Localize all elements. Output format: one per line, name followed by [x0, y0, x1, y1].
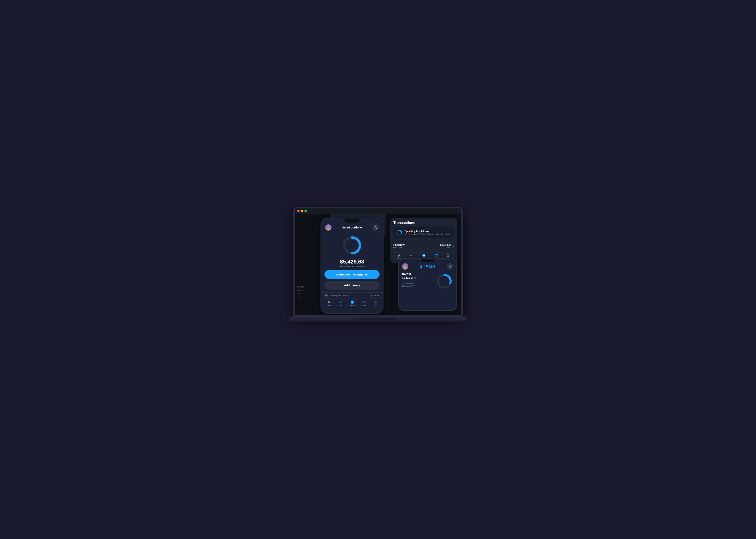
pending-label: Pending investments [325, 294, 350, 297]
main-nav-invest[interactable]: Invest [338, 300, 342, 306]
laptop-base [290, 317, 466, 322]
screen-content: adviser. value. mart ereby Home [295, 214, 461, 315]
paycheck-row[interactable]: Paycheck Income $1,248.34 Jan 1 › [393, 241, 454, 251]
automate-investments-button[interactable]: Automate investments [324, 270, 379, 279]
card-nav-home[interactable]: Home [397, 254, 401, 259]
plan-icon [446, 254, 450, 257]
income-dot [393, 247, 394, 248]
transactions-title: Transactions [393, 221, 454, 225]
bank-icon [362, 300, 366, 304]
close-dot[interactable] [297, 210, 299, 212]
spending-donut-icon [395, 229, 402, 236]
phone-header: Smart portfolio [321, 223, 383, 231]
main-phone-navbar: Home Invest [321, 298, 383, 308]
svg-rect-17 [435, 255, 438, 257]
stash-notch [421, 259, 435, 262]
stash-amount: $5,475.68 [402, 276, 413, 279]
transfer-icon [422, 254, 426, 257]
bank-icon [435, 254, 439, 257]
transactions-card: Transactions Spending breakdown You've s… [390, 218, 457, 263]
stash-logo: STASH [420, 264, 436, 269]
main-nav-transfer[interactable]: Transfer [350, 300, 355, 306]
donut-chart [321, 231, 383, 258]
portfolio-milestone: Next milestone $10,000.00 [321, 265, 383, 270]
stash-amount-row: $5,475.68 i [402, 276, 417, 279]
paycheck-info: Paycheck Income [393, 243, 405, 249]
laptop-wrapper: adviser. value. mart ereby Home [290, 207, 466, 333]
stash-donut-chart [436, 272, 453, 290]
titlebar [295, 208, 461, 214]
bg-text: adviser. value. mart ereby [297, 285, 304, 299]
svg-rect-18 [436, 256, 436, 256]
stash-phone: STASH Invest $5,475.68 i [398, 258, 457, 311]
laptop-screen: adviser. value. mart ereby Home [294, 207, 462, 317]
stash-milestone: Next milestone $10,000.00 ⟳ [402, 282, 417, 287]
invest-icon [409, 254, 413, 257]
main-nav-bank[interactable]: Bank [362, 300, 366, 306]
income-sub: Income [393, 247, 405, 249]
stash-invest-info: Invest $5,475.68 i Next milestone $10,00… [402, 272, 417, 287]
paycheck-amount-col: $1,248.34 Jan 1 [440, 243, 452, 249]
spending-breakdown: Spending breakdown You've spent $122.56 … [393, 227, 454, 238]
pending-amount: $3.68 [371, 294, 379, 297]
spending-breakdown-text: Spending breakdown You've spent $122.56 … [405, 230, 452, 236]
pending-indicator [377, 295, 379, 296]
main-nav-home[interactable]: Home [327, 300, 331, 306]
svg-point-10 [351, 300, 354, 304]
main-phone: Smart portfolio $5,428.68 [320, 218, 383, 314]
stash-invest-label: Invest [402, 272, 417, 276]
stash-search-button[interactable] [447, 263, 453, 270]
maximize-dot[interactable] [304, 210, 307, 212]
stash-header: STASH [399, 262, 457, 270]
portfolio-amount: $5,428.68 [321, 258, 383, 265]
svg-rect-11 [363, 302, 366, 303]
plan-icon [373, 300, 377, 304]
pending-investments-row: Pending investments $3.68 [321, 292, 383, 298]
stash-avatar [402, 263, 408, 270]
paycheck-right: $1,248.34 Jan 1 › [440, 243, 454, 249]
home-icon [397, 254, 401, 257]
search-button[interactable] [373, 224, 379, 231]
svg-point-21 [404, 265, 406, 267]
add-money-button[interactable]: Add money [324, 281, 379, 290]
svg-point-5 [327, 226, 329, 228]
minimize-dot[interactable] [301, 210, 303, 212]
home-icon [327, 300, 331, 304]
transfer-icon [350, 300, 354, 304]
phone-notch [344, 218, 360, 223]
portfolio-title: Smart portfolio [342, 226, 362, 229]
invest-icon [338, 300, 342, 304]
avatar [325, 224, 332, 231]
main-nav-plan[interactable]: Plan [373, 300, 377, 306]
stash-content: Invest $5,475.68 i Next milestone $10,00… [399, 270, 457, 292]
svg-rect-12 [364, 301, 365, 302]
info-icon: i [414, 277, 417, 279]
paycheck-chevron-icon[interactable]: › [453, 244, 454, 248]
